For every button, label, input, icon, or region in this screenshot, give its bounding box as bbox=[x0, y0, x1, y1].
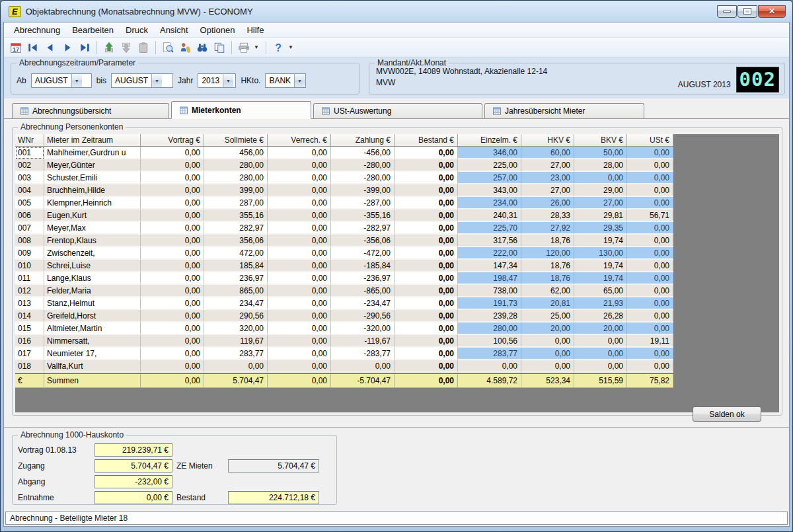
grid-cell[interactable]: 317,56 bbox=[458, 235, 521, 247]
menu-optionen[interactable]: Optionen bbox=[194, 24, 241, 36]
grid-cell[interactable]: 56,71 bbox=[627, 209, 673, 222]
grid-cell[interactable]: 399,00 bbox=[204, 184, 268, 197]
grid-cell[interactable]: 0,00 bbox=[268, 310, 331, 323]
grid-cell[interactable]: Altmieter,Martin bbox=[44, 323, 141, 335]
chevron-down-icon[interactable]: ▼ bbox=[294, 74, 305, 87]
grid-cell[interactable]: 0,00 bbox=[574, 360, 627, 373]
year-select[interactable]: 2013▼ bbox=[198, 73, 236, 88]
grid-cell[interactable]: 0,00 bbox=[395, 159, 458, 172]
grid-cell[interactable]: -472,00 bbox=[331, 247, 395, 260]
grid-cell[interactable]: 29,81 bbox=[574, 209, 627, 222]
grid-cell[interactable]: 0,00 bbox=[268, 222, 331, 235]
grid-cell[interactable]: 0,00 bbox=[141, 297, 204, 310]
grid-cell[interactable]: 120,00 bbox=[521, 247, 574, 260]
grid-cell[interactable]: 283,77 bbox=[204, 348, 268, 360]
grid-cell[interactable]: 0,00 bbox=[521, 348, 574, 360]
grid-cell[interactable]: 19,11 bbox=[627, 335, 673, 348]
grid-cell[interactable]: 283,77 bbox=[458, 348, 521, 360]
grid-cell[interactable]: 26,28 bbox=[574, 310, 627, 323]
grid-cell[interactable]: 234,00 bbox=[458, 197, 521, 209]
grid-cell[interactable]: 0,00 bbox=[627, 260, 673, 272]
month-from-select[interactable]: AUGUST▼ bbox=[31, 73, 92, 88]
grid-cell[interactable]: 004 bbox=[15, 184, 44, 197]
grid-cell[interactable]: 27,00 bbox=[574, 197, 627, 209]
grid-cell[interactable]: 0,00 bbox=[627, 247, 673, 260]
grid-cell[interactable]: Lange,Klaus bbox=[44, 272, 141, 285]
grid-cell[interactable]: 27,00 bbox=[521, 184, 574, 197]
grid-cell[interactable]: 002 bbox=[15, 159, 44, 172]
chevron-down-icon[interactable]: ▼ bbox=[223, 74, 233, 87]
grid-cell[interactable]: 0,00 bbox=[395, 348, 458, 360]
tab-abrechnungsübersicht[interactable]: Abrechnungsübersicht bbox=[12, 103, 169, 118]
tab-jahresübersicht-mieter[interactable]: Jahresübersicht Mieter bbox=[484, 103, 644, 118]
grid-cell[interactable]: 0,00 bbox=[268, 235, 331, 247]
grid-cell[interactable]: 280,00 bbox=[458, 323, 521, 335]
tab-ust-auswertung[interactable]: USt-Auswertung bbox=[313, 103, 482, 118]
grid-cell[interactable]: 147,34 bbox=[458, 260, 521, 272]
column-header-2[interactable]: Vortrag € bbox=[141, 134, 204, 147]
grid-cell[interactable]: 0,00 bbox=[141, 348, 204, 360]
grid-cell[interactable]: 0,00 bbox=[395, 197, 458, 209]
grid-cell[interactable]: 225,70 bbox=[458, 222, 521, 235]
grid-cell[interactable]: 28,00 bbox=[574, 159, 627, 172]
grid-cell[interactable]: -456,00 bbox=[331, 147, 395, 159]
grid-cell[interactable]: 62,00 bbox=[521, 285, 574, 297]
grid-cell[interactable]: 0,00 bbox=[395, 297, 458, 310]
grid-cell[interactable]: -119,67 bbox=[331, 335, 395, 348]
grid-cell[interactable]: Stanz,Helmut bbox=[44, 297, 141, 310]
grid-cell[interactable]: 0,00 bbox=[627, 147, 673, 159]
grid-cell[interactable]: 0,00 bbox=[268, 335, 331, 348]
grid-cell[interactable]: 25,00 bbox=[521, 310, 574, 323]
grid-cell[interactable]: 0,00 bbox=[521, 360, 574, 373]
grid-cell[interactable]: 27,00 bbox=[521, 159, 574, 172]
grid-cell[interactable]: 0,00 bbox=[458, 360, 521, 373]
grid-cell[interactable]: 20,81 bbox=[521, 297, 574, 310]
grid-cell[interactable]: 225,00 bbox=[458, 159, 521, 172]
grid-cell[interactable]: 009 bbox=[15, 247, 44, 260]
grid-cell[interactable]: 28,33 bbox=[521, 209, 574, 222]
grid-cell[interactable]: 18,76 bbox=[521, 272, 574, 285]
grid-cell[interactable]: 0,00 bbox=[627, 297, 673, 310]
grid-cell[interactable]: 0,00 bbox=[141, 184, 204, 197]
grid-cell[interactable]: 20,00 bbox=[521, 323, 574, 335]
grid-cell[interactable]: 472,00 bbox=[204, 247, 268, 260]
menu-abrechnung[interactable]: Abrechnung bbox=[8, 24, 66, 36]
grid-cell[interactable]: 0,00 bbox=[395, 360, 458, 373]
grid-cell[interactable]: 010 bbox=[15, 260, 44, 272]
paste-button[interactable] bbox=[135, 40, 151, 56]
grid-cell[interactable]: Meyer,Max bbox=[44, 222, 141, 235]
grid-cell[interactable]: 0,00 bbox=[268, 172, 331, 184]
zugang-field[interactable]: 5.704,47 € bbox=[94, 459, 172, 473]
grid-cell[interactable]: 0,00 bbox=[268, 184, 331, 197]
grid-cell[interactable]: 0,00 bbox=[268, 209, 331, 222]
grid-cell[interactable]: -283,77 bbox=[331, 348, 395, 360]
chevron-down-icon[interactable]: ▼ bbox=[253, 44, 262, 50]
grid-cell[interactable]: 738,00 bbox=[458, 285, 521, 297]
menu-hilfe[interactable]: Hilfe bbox=[241, 24, 270, 36]
grid-cell[interactable]: Vallfa,Kurt bbox=[44, 360, 141, 373]
grid-cell[interactable]: 19,74 bbox=[574, 235, 627, 247]
grid-cell[interactable]: Schrei,Luise bbox=[44, 260, 141, 272]
column-header-9[interactable]: BKV € bbox=[574, 134, 627, 147]
grid-cell[interactable]: 346,00 bbox=[458, 147, 521, 159]
grid-cell[interactable]: 320,00 bbox=[204, 323, 268, 335]
grid-cell[interactable]: 27,92 bbox=[521, 222, 574, 235]
grid-cell[interactable]: 65,00 bbox=[574, 285, 627, 297]
column-header-4[interactable]: Verrech. € bbox=[268, 134, 331, 147]
grid-cell[interactable]: 119,67 bbox=[204, 335, 268, 348]
grid-cell[interactable]: 0,00 bbox=[395, 310, 458, 323]
grid-cell[interactable]: -320,00 bbox=[331, 323, 395, 335]
import-down-button[interactable] bbox=[118, 40, 134, 56]
grid-cell[interactable]: 191,73 bbox=[458, 297, 521, 310]
grid-cell[interactable]: 0,00 bbox=[141, 360, 204, 373]
grid-cell[interactable]: 005 bbox=[15, 197, 44, 209]
salden-ok-button[interactable]: Salden ok bbox=[693, 406, 761, 422]
grid-cell[interactable]: Eugen,Kurt bbox=[44, 209, 141, 222]
grid-cell[interactable]: Frentop,Klaus bbox=[44, 235, 141, 247]
grid-cell[interactable]: 282,97 bbox=[204, 222, 268, 235]
grid-cell[interactable]: 239,28 bbox=[458, 310, 521, 323]
account-select[interactable]: BANK▼ bbox=[265, 73, 306, 88]
prev-record-button[interactable] bbox=[42, 40, 58, 56]
grid-cell[interactable]: 236,97 bbox=[204, 272, 268, 285]
grid-cell[interactable]: 240,31 bbox=[458, 209, 521, 222]
